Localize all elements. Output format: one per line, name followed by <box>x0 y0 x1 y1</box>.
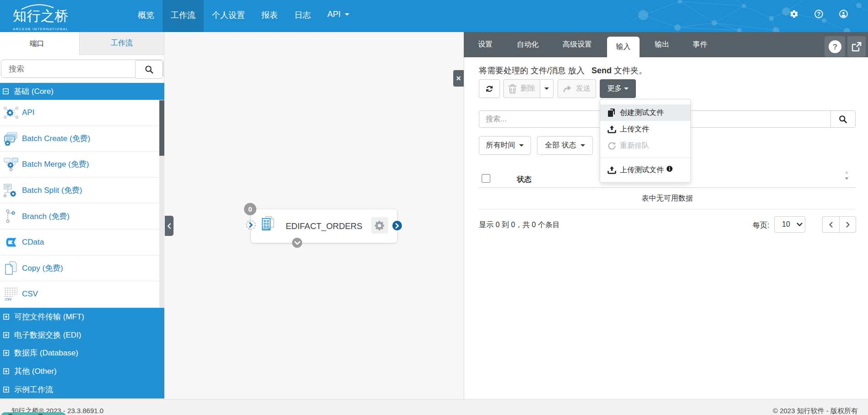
svg-text:?: ? <box>832 43 837 51</box>
svg-text:?: ? <box>817 11 820 17</box>
svg-text:.csv: .csv <box>4 297 12 301</box>
svg-text:EDIFACT: EDIFACT <box>263 228 270 230</box>
